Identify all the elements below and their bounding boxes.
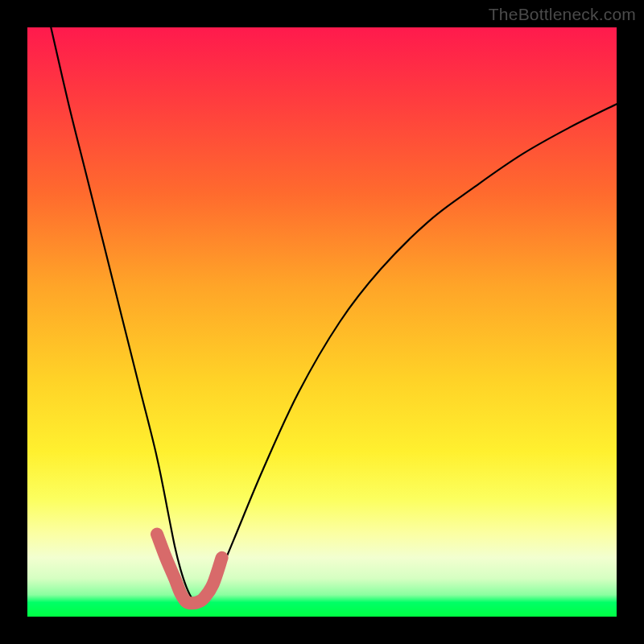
plot-area <box>27 27 617 617</box>
bottleneck-curve <box>51 27 617 602</box>
watermark-text: TheBottleneck.com <box>489 5 636 24</box>
curve-svg <box>27 27 617 617</box>
chart-frame: TheBottleneck.com <box>0 0 644 644</box>
